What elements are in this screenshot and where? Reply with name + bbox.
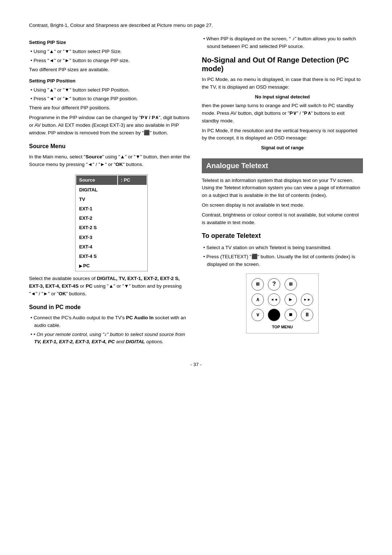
intro-paragraph: Contrast, Bright-1, Colour and Sharpness… — [29, 23, 213, 28]
remote-row2: ∧ ◄◄ ► ►► — [249, 293, 315, 306]
remote-spacer-r1 — [301, 278, 313, 291]
analogue-teletext-section: Analogue Teletext Teletext is an informa… — [202, 158, 363, 227]
remote-diagram: ⊞ ? ⊞ ∧ ◄◄ ► ►► ∨ ● — [246, 274, 319, 333]
no-signal-text2: then the power lamp turns to orange and … — [202, 102, 363, 125]
setting-pip-position-section: Setting PIP Position Using "▲" or "▼" bu… — [29, 77, 190, 112]
no-signal-text1: In PC Mode, as no menu is displayed, in … — [202, 76, 363, 91]
setting-pip-size-heading: Setting PIP Size — [29, 39, 190, 46]
sound-pc-bullet1: Connect the PC's Audio output to the TV'… — [29, 314, 190, 329]
source-row-digital: DIGITAL — [76, 186, 147, 194]
no-input-signal-label: No input signal detected — [202, 93, 363, 101]
sound-in-pc-heading: Sound in PC mode — [29, 303, 190, 312]
pip-programme-text: Programme in the PIP window can be chang… — [29, 114, 190, 137]
sound-in-pc-section: Sound in PC mode Connect the PC's Audio … — [29, 303, 190, 346]
setting-pip-size-section: Setting PIP Size Using "▲" or "▼" button… — [29, 39, 190, 74]
analogue-teletext-bar: Analogue Teletext — [202, 158, 363, 173]
no-signal-section: No-Signal and Out Of Range Detection (PC… — [202, 56, 363, 152]
pip-pos-bullet1: Using "▲" or "▼" button select PIP Posit… — [29, 86, 190, 94]
teletext-btn-reveal: ? — [268, 278, 280, 291]
page-content: Contrast, Bright-1, Colour and Sharpness… — [29, 22, 363, 367]
pip-sound-text: When PIP is displayed on the screen, " ♪… — [202, 35, 363, 50]
source-row-ext2s: EXT-2 S — [76, 223, 147, 232]
setting-pip-position-heading: Setting PIP Position — [29, 77, 190, 85]
teletext-btn-stop: ● — [268, 309, 280, 321]
to-operate-heading: To operate Teletext — [202, 231, 363, 241]
source-select-text: Select the available sources of DIGITAL,… — [29, 275, 190, 298]
page-number: - 37 - — [29, 362, 363, 367]
pip-size-note: Two different PIP sizes are available. — [29, 66, 190, 74]
source-row-pc: PC — [76, 262, 147, 270]
sound-pc-bullet2: • On your remote control, using "♪" butt… — [29, 331, 190, 346]
intro-text: Contrast, Bright-1, Colour and Sharpness… — [29, 22, 363, 29]
pip-pos-bullet2: Press "◄" or "►" button to change PIP po… — [29, 95, 190, 103]
teletext-text1: Teletext is an information system that d… — [202, 177, 363, 200]
source-table-header-pc: : PC — [118, 175, 147, 185]
source-table-header-source: Source — [76, 175, 117, 185]
no-signal-text3: In PC Mode, if the resolution and the ve… — [202, 127, 363, 142]
teletext-btn-play: ► — [285, 293, 297, 306]
right-column: When PIP is displayed on the screen, " ♪… — [202, 35, 363, 347]
source-menu-heading: Source Menu — [29, 142, 190, 151]
top-menu-label: TOP MENU — [249, 324, 315, 330]
source-menu-intro: In the Main menu, select "Source" using … — [29, 153, 190, 169]
to-operate-bullet1: Select a TV station on which Teletext is… — [202, 244, 363, 252]
teletext-btn-pause: ⏸ — [301, 309, 313, 321]
pip-size-bullet1: Using "▲" or "▼" button select PIP Size. — [29, 48, 190, 56]
teletext-btn-ff: ►► — [301, 293, 313, 306]
to-operate-section: To operate Teletext Select a TV station … — [202, 231, 363, 333]
source-table-wrapper: Source : PC DIGITAL TV EXT-1 EXT-2 EXT-2… — [29, 171, 190, 275]
remote-row3: ∨ ● ■ ⏸ — [249, 309, 315, 321]
source-row-tv: TV — [76, 195, 147, 204]
teletext-text2: On screen display is not available in te… — [202, 202, 363, 209]
teletext-btn-down: ∨ — [252, 309, 264, 321]
source-row-ext2: EXT-2 — [76, 214, 147, 223]
pip-pos-note: There are four different PIP positions. — [29, 104, 190, 112]
teletext-btn-up: ∧ — [252, 293, 264, 306]
source-row-ext1: EXT-1 — [76, 204, 147, 213]
to-operate-bullet2: Press (TELETEXT) "⬛" button. Usually the… — [202, 253, 363, 268]
teletext-btn-hold: ⊞ — [285, 278, 297, 291]
remote-row1: ⊞ ? ⊞ — [249, 278, 315, 291]
signal-out-of-range-label: Signal out of range — [202, 144, 363, 151]
teletext-btn-index: ⊞ — [252, 278, 264, 291]
left-column: Setting PIP Size Using "▲" or "▼" button… — [29, 35, 190, 347]
source-row-ext4: EXT-4 — [76, 243, 147, 251]
source-row-ext3: EXT-3 — [76, 233, 147, 242]
no-signal-heading: No-Signal and Out Of Range Detection (PC… — [202, 56, 363, 73]
source-table: Source : PC DIGITAL TV EXT-1 EXT-2 EXT-2… — [75, 174, 148, 271]
pip-size-bullet2: Press "◄" or "►" button to change PIP si… — [29, 57, 190, 65]
teletext-btn-square: ■ — [285, 309, 297, 321]
source-row-ext4s: EXT-4 S — [76, 252, 147, 261]
source-menu-section: Source Menu In the Main menu, select "So… — [29, 142, 190, 298]
teletext-text3: Contrast, brightness or colour control i… — [202, 211, 363, 227]
teletext-btn-rewind: ◄◄ — [268, 293, 280, 306]
